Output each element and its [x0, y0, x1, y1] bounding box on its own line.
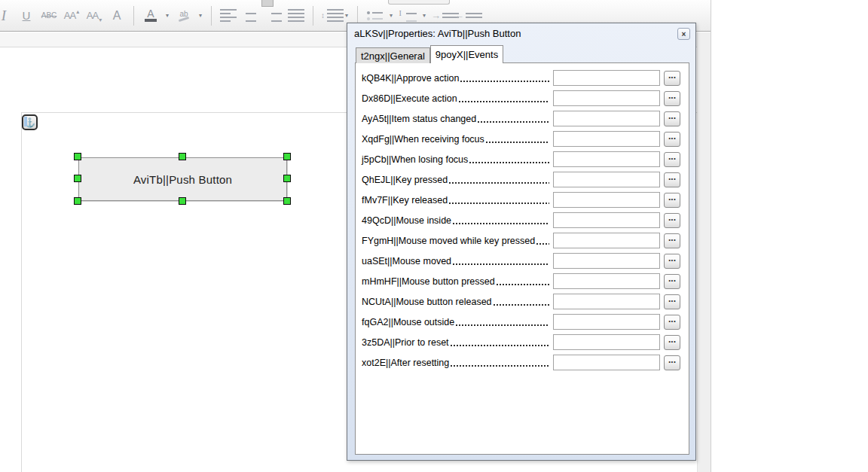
event-label: fMv7F||Key released: [362, 195, 448, 206]
event-handler-input[interactable]: [553, 273, 660, 289]
browse-button[interactable]: ...: [664, 315, 680, 330]
close-icon[interactable]: ×: [677, 28, 690, 40]
event-row: XqdFg||When receiving focus ...: [356, 129, 689, 149]
font-color-dropdown-icon[interactable]: ▾: [164, 12, 171, 19]
italic-icon[interactable]: I: [0, 4, 14, 28]
event-label: 3z5DA||Prior to reset: [362, 337, 449, 348]
shrink-font-icon[interactable]: AA▾: [84, 4, 104, 28]
underline-icon[interactable]: U: [17, 4, 36, 28]
browse-button[interactable]: ...: [664, 71, 680, 86]
toolbar-separator: [133, 6, 134, 26]
vertical-scrollbar[interactable]: [697, 32, 711, 472]
selection-handle-top-center[interactable]: [179, 153, 186, 160]
browse-button[interactable]: ...: [664, 152, 680, 167]
event-handler-input[interactable]: [553, 151, 660, 167]
event-label: xot2E||After resetting: [362, 358, 449, 368]
window-right-edge: [711, 0, 711, 472]
event-row: FYgmH||Mouse moved while key pressed ...: [356, 230, 689, 251]
browse-button[interactable]: ...: [664, 274, 680, 289]
event-list: kQB4K||Approve action ... Dx86D||Execute…: [356, 63, 689, 373]
dotted-leader: [485, 129, 549, 149]
dotted-leader: [496, 271, 549, 291]
strikethrough-icon[interactable]: ABC: [39, 4, 59, 28]
ribbon-button-fragment: [261, 0, 274, 7]
event-row: xot2E||After resetting ...: [356, 352, 689, 373]
grow-font-icon[interactable]: AA▴: [62, 4, 81, 28]
event-handler-input[interactable]: [553, 355, 660, 370]
event-handler-input[interactable]: [553, 111, 660, 126]
browse-button[interactable]: ...: [664, 233, 680, 248]
tab-events[interactable]: 9poyX||Events: [430, 45, 503, 63]
selection-handle-bottom-center[interactable]: [179, 197, 186, 205]
line-spacing-icon[interactable]: ↕: [320, 4, 340, 28]
anchor-icon[interactable]: ⚓: [22, 114, 38, 130]
event-handler-input[interactable]: [553, 314, 660, 330]
event-row: AyA5t||Item status changed ...: [356, 108, 689, 129]
browse-button[interactable]: ...: [664, 355, 680, 370]
selection-handle-middle-left[interactable]: [74, 175, 81, 182]
event-label: AyA5t||Item status changed: [362, 114, 476, 124]
align-left-icon[interactable]: [219, 4, 238, 28]
event-row: fMv7F||Key released ...: [356, 190, 689, 210]
justify-icon[interactable]: [286, 4, 306, 28]
event-row: 3z5DA||Prior to reset ...: [356, 332, 689, 352]
event-label: mHmHF||Mouse button pressed: [362, 276, 495, 287]
event-handler-input[interactable]: [553, 253, 660, 269]
browse-button[interactable]: ...: [664, 213, 680, 228]
event-handler-input[interactable]: [553, 70, 660, 86]
align-center-icon[interactable]: [241, 4, 261, 28]
change-case-icon[interactable]: A: [107, 4, 127, 28]
browse-button[interactable]: ...: [664, 91, 680, 106]
align-right-icon[interactable]: [264, 4, 283, 28]
dotted-leader: [458, 88, 549, 108]
highlight-dropdown-icon[interactable]: ▾: [197, 12, 204, 19]
event-handler-input[interactable]: [553, 172, 660, 187]
event-label: uaSEt||Mouse moved: [362, 256, 451, 266]
event-handler-input[interactable]: [553, 131, 660, 147]
dotted-leader: [536, 230, 549, 251]
toolbar-separator: [313, 6, 313, 26]
bullet-list-dropdown-icon[interactable]: ▾: [387, 12, 395, 19]
browse-button[interactable]: ...: [664, 193, 680, 208]
browse-button[interactable]: ...: [664, 172, 680, 187]
browse-button[interactable]: ...: [664, 132, 680, 147]
toolbar-separator: [211, 6, 212, 26]
selection-handle-top-right[interactable]: [283, 153, 291, 160]
numbered-list-dropdown-icon[interactable]: ▾: [420, 12, 428, 19]
browse-button[interactable]: ...: [664, 335, 680, 350]
dotted-leader: [460, 68, 549, 88]
event-row: 49QcD||Mouse inside ...: [356, 210, 689, 230]
anchor-page-stripe: [24, 117, 27, 126]
browse-button[interactable]: ...: [664, 254, 680, 269]
event-row: mHmHF||Mouse button pressed ...: [356, 271, 689, 291]
line-spacing-dropdown-icon[interactable]: ▾: [343, 12, 350, 19]
event-label: kQB4K||Approve action: [362, 73, 459, 84]
selection-handle-top-left[interactable]: [74, 153, 81, 160]
font-color-icon[interactable]: A: [141, 4, 160, 28]
event-row: Dx86D||Execute action ...: [356, 88, 689, 108]
browse-button[interactable]: ...: [664, 294, 680, 309]
event-handler-input[interactable]: [553, 90, 660, 106]
event-handler-input[interactable]: [553, 212, 660, 228]
event-handler-input[interactable]: [553, 192, 660, 208]
dotted-leader: [448, 190, 549, 210]
event-handler-input[interactable]: [553, 233, 660, 248]
push-button-control[interactable]: AviTb||Push Button: [78, 157, 287, 201]
dialog-titlebar[interactable]: aLKSv||Properties: AviTb||Push Button: [354, 28, 521, 39]
browse-button[interactable]: ...: [664, 111, 680, 126]
dialog-tabs: t2ngx||General 9poyX||Events: [356, 45, 503, 63]
dotted-leader: [493, 291, 549, 312]
dotted-leader: [450, 332, 549, 352]
event-handler-input[interactable]: [553, 294, 660, 309]
highlight-color-icon[interactable]: ab: [174, 4, 194, 28]
event-row: j5pCb||When losing focus ...: [356, 149, 689, 169]
push-button-label: AviTb||Push Button: [133, 173, 232, 186]
dotted-leader: [455, 312, 549, 332]
selection-handle-middle-right[interactable]: [283, 175, 291, 182]
event-handler-input[interactable]: [553, 334, 660, 350]
selection-handle-bottom-right[interactable]: [283, 197, 291, 205]
event-label: Dx86D||Execute action: [362, 93, 457, 104]
event-row: fqGA2||Mouse outside ...: [356, 312, 689, 332]
tab-general[interactable]: t2ngx||General: [356, 47, 430, 63]
selection-handle-bottom-left[interactable]: [74, 197, 81, 205]
